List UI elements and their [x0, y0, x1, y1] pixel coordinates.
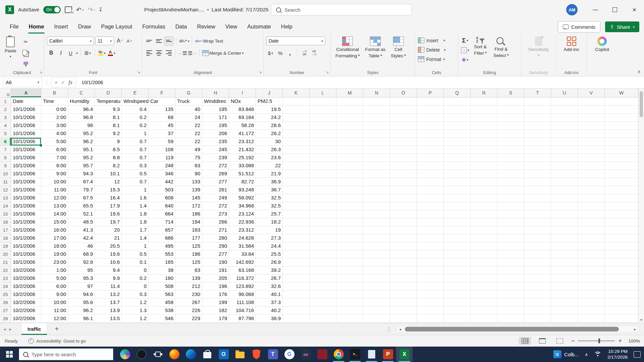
- cell-R10[interactable]: [471, 170, 497, 178]
- cell-Q11[interactable]: [444, 178, 471, 186]
- cell-O1[interactable]: [390, 98, 417, 106]
- cell-C6[interactable]: 96.2: [68, 138, 95, 146]
- avatar[interactable]: AM: [566, 4, 578, 15]
- column-header-N[interactable]: N: [363, 88, 390, 98]
- cell-F17[interactable]: 657: [149, 226, 175, 234]
- cell-A20[interactable]: 10/1/2006: [11, 250, 41, 258]
- sensitivity-button[interactable]: Sensitivity▾: [524, 36, 553, 57]
- cell-T14[interactable]: [524, 202, 551, 210]
- cell-R26[interactable]: [471, 299, 497, 307]
- cell-Q22[interactable]: [444, 266, 471, 275]
- cell-H16[interactable]: 266: [202, 218, 229, 226]
- cell-S25[interactable]: [497, 291, 524, 299]
- cell-G9[interactable]: 83: [175, 162, 202, 170]
- cell-O4[interactable]: [390, 122, 417, 130]
- select-all-corner[interactable]: [0, 88, 11, 98]
- cell-E11[interactable]: 0.7: [122, 178, 149, 186]
- cell-V11[interactable]: [578, 178, 605, 186]
- cell-M6[interactable]: [336, 138, 363, 146]
- cell-P28[interactable]: [417, 315, 444, 323]
- cell-K3[interactable]: [283, 114, 310, 122]
- cell-L10[interactable]: [310, 170, 336, 178]
- cell-G27[interactable]: 226: [175, 307, 202, 315]
- cell-L27[interactable]: [310, 307, 336, 315]
- cell-M19[interactable]: [336, 242, 363, 250]
- cell-T13[interactable]: [524, 194, 551, 202]
- cell-V25[interactable]: [578, 291, 605, 299]
- cell-U16[interactable]: [551, 218, 578, 226]
- cell-G17[interactable]: 183: [175, 226, 202, 234]
- cell-P10[interactable]: [417, 170, 444, 178]
- cell-N8[interactable]: [363, 154, 390, 162]
- cell-B1[interactable]: Time: [41, 98, 68, 106]
- cell-J22[interactable]: 39.2: [256, 266, 283, 275]
- cell-S20[interactable]: [497, 250, 524, 258]
- formula-content[interactable]: 10/1/2006: [82, 80, 103, 85]
- cell-D15[interactable]: 19.6: [95, 210, 122, 218]
- cell-H4[interactable]: 195: [202, 122, 229, 130]
- cell-I28[interactable]: 87.796: [229, 315, 256, 323]
- cell-V10[interactable]: [578, 170, 605, 178]
- row-header-5[interactable]: 5: [0, 130, 11, 138]
- cell-W9[interactable]: [605, 162, 638, 170]
- cell-K16[interactable]: [283, 218, 310, 226]
- wifi-icon[interactable]: [594, 352, 601, 357]
- cell-P16[interactable]: [417, 218, 444, 226]
- cell-K28[interactable]: [283, 315, 310, 323]
- cell-K20[interactable]: [283, 250, 310, 258]
- cell-P22[interactable]: [417, 266, 444, 275]
- cell-T7[interactable]: [524, 146, 551, 154]
- cell-L13[interactable]: [310, 194, 336, 202]
- cell-F23[interactable]: 180: [149, 275, 175, 283]
- horizontal-scrollbar[interactable]: ◂ ▸: [396, 325, 639, 333]
- cell-L28[interactable]: [310, 315, 336, 323]
- cell-V5[interactable]: [578, 130, 605, 138]
- row-header-17[interactable]: 17: [0, 226, 11, 234]
- cell-J17[interactable]: 19: [256, 226, 283, 234]
- cell-V2[interactable]: [578, 106, 605, 114]
- cell-O23[interactable]: [390, 275, 417, 283]
- cell-V13[interactable]: [578, 194, 605, 202]
- row-header-4[interactable]: 4: [0, 122, 11, 130]
- cell-C17[interactable]: 41.3: [68, 226, 95, 234]
- cell-E6[interactable]: 0.7: [122, 138, 149, 146]
- cell-N6[interactable]: [363, 138, 390, 146]
- cell-A25[interactable]: 10/2/2006: [11, 291, 41, 299]
- cell-J13[interactable]: 32.5: [256, 194, 283, 202]
- cell-M27[interactable]: [336, 307, 363, 315]
- cell-G4[interactable]: 22: [175, 122, 202, 130]
- cell-T18[interactable]: [524, 234, 551, 242]
- cell-V27[interactable]: [578, 307, 605, 315]
- cell-W6[interactable]: [605, 138, 638, 146]
- cell-S7[interactable]: [497, 146, 524, 154]
- cell-H9[interactable]: 272: [202, 162, 229, 170]
- vertical-scrollbar-thumb[interactable]: [640, 91, 643, 117]
- cell-N13[interactable]: [363, 194, 390, 202]
- row-header-26[interactable]: 26: [0, 299, 11, 307]
- cell-B10[interactable]: 9:00: [41, 170, 68, 178]
- taskbar-slot-powerpoint-icon[interactable]: P: [380, 347, 396, 362]
- cell-B20[interactable]: 19:00: [41, 250, 68, 258]
- row-header-18[interactable]: 18: [0, 234, 11, 242]
- cell-D11[interactable]: 12: [95, 178, 122, 186]
- cell-S27[interactable]: [497, 307, 524, 315]
- font-size-combo[interactable]: 11▾: [95, 37, 114, 45]
- column-header-K[interactable]: K: [283, 88, 310, 98]
- cell-B21[interactable]: 23:00: [41, 258, 68, 266]
- cell-Q25[interactable]: [444, 291, 471, 299]
- cell-D18[interactable]: 21: [95, 234, 122, 242]
- cell-E5[interactable]: 1: [122, 130, 149, 138]
- cell-N21[interactable]: [363, 258, 390, 266]
- cell-D9[interactable]: 8.2: [95, 162, 122, 170]
- cell-K5[interactable]: [283, 130, 310, 138]
- cell-O26[interactable]: [390, 299, 417, 307]
- orientation-button[interactable]: ab↗▾: [179, 37, 189, 45]
- cell-F25[interactable]: 563: [149, 291, 175, 299]
- cell-C10[interactable]: 94.3: [68, 170, 95, 178]
- cell-N27[interactable]: [363, 307, 390, 315]
- cell-E22[interactable]: 0: [122, 266, 149, 275]
- cell-C9[interactable]: 95.7: [68, 162, 95, 170]
- cell-F3[interactable]: 68: [149, 114, 175, 122]
- cell-M8[interactable]: [336, 154, 363, 162]
- cell-W3[interactable]: [605, 114, 638, 122]
